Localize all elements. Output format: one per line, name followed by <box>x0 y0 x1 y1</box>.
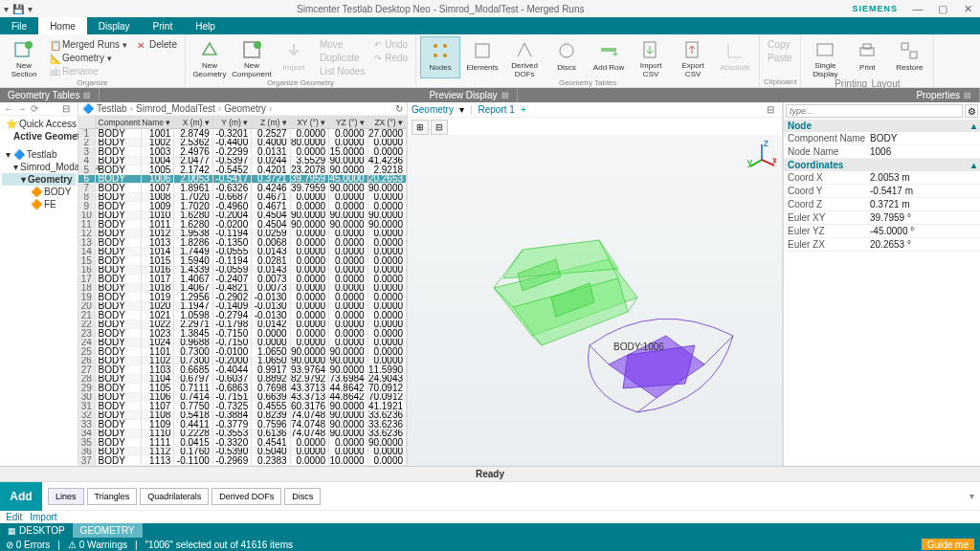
status-errors[interactable]: ⊘ 0 Errors <box>6 540 50 550</box>
table-row[interactable]: 23BODY10231.3845-0.71500.00000.00000.000… <box>78 329 407 339</box>
shape-tab-quads[interactable]: Quadrilaterals <box>140 488 209 505</box>
table-row[interactable]: 30BODY11060.7414-0.71510.6639-43.371344.… <box>78 393 407 403</box>
table-row[interactable]: 29BODY11050.7111-0.68630.7698-43.371344.… <box>78 384 407 393</box>
rename-button[interactable]: abRename <box>46 65 131 77</box>
add-button[interactable]: Add <box>0 482 42 511</box>
table-row[interactable]: 11BODY10111.6280-0.02000.450490.000090.0… <box>78 220 407 230</box>
derived-dofs-button[interactable]: Derived DOFs <box>504 36 545 78</box>
breadcrumb[interactable]: 🔷Testlab› Simrod_ModalTest› Geometry› <box>82 103 272 114</box>
col-header[interactable] <box>78 116 96 128</box>
tree-testlab[interactable]: ▾ 🔷 Testlab <box>2 148 76 161</box>
nav-fwd-button[interactable]: → <box>17 103 27 114</box>
table-row[interactable]: 35BODY11110.0415-0.33200.45410.00000.000… <box>78 438 407 448</box>
menu-print[interactable]: Print <box>142 17 185 34</box>
new-component-button[interactable]: New Component <box>232 36 272 78</box>
edit-tab[interactable]: Edit <box>6 512 22 522</box>
table-row[interactable]: 24BODY10240.9688-0.71500.00000.00000.000… <box>78 339 407 348</box>
duplicate-button[interactable]: Duplicate <box>316 52 368 64</box>
shape-tab-triangles[interactable]: Triangles <box>87 488 138 505</box>
table-row[interactable]: 37BODY1113-0.1100-0.29690.23830.000010.0… <box>78 456 407 466</box>
discs-button[interactable]: Discs <box>546 36 587 78</box>
guide-me-button[interactable]: Guide me <box>922 539 974 550</box>
list-nodes-button[interactable]: List Nodes <box>316 65 368 77</box>
delete-button[interactable]: ✕Delete <box>133 38 181 51</box>
table-row[interactable]: 21BODY10211.0598-0.2794-0.01300.00000.00… <box>78 311 407 320</box>
nodes-button[interactable]: Nodes <box>420 36 460 78</box>
col-header[interactable]: XY (°) ▾ <box>291 116 329 128</box>
col-header[interactable]: ZX (°) ▾ <box>368 116 407 128</box>
table-row[interactable]: 16BODY10161.4339-0.05590.01430.00000.000… <box>78 266 407 276</box>
menu-display[interactable]: Display <box>87 17 142 34</box>
table-refresh-button[interactable]: ↻ <box>395 103 403 114</box>
bottom-collapse-button[interactable]: ▾ <box>969 491 980 501</box>
preview-3d-viewport[interactable]: zxy <box>408 135 782 490</box>
preview-tool-2[interactable]: ⊟ <box>431 120 448 135</box>
import-tab[interactable]: Import <box>30 512 56 522</box>
table-row[interactable]: 18BODY10181.4067-0.48210.00730.00000.000… <box>78 284 407 294</box>
app-tab-geometry[interactable]: GEOMETRY <box>73 523 143 538</box>
table-row[interactable]: 8BODY10081.7020-0.66870.46710.00000.0000… <box>78 193 407 203</box>
nav-back-button[interactable]: ← <box>4 103 13 114</box>
tree-geometry[interactable]: ▾ Geometry <box>2 173 76 186</box>
save-icon[interactable]: 💾 <box>12 4 24 14</box>
elements-button[interactable]: Elements <box>462 36 502 78</box>
table-row[interactable]: 28BODY11040.6797-0.60370.8892-82.9792-73… <box>78 375 407 385</box>
new-section-button[interactable]: New Section <box>4 36 44 78</box>
quick-access-item[interactable]: ⭐ Quick Access <box>2 118 76 130</box>
single-display-button[interactable]: Single Display <box>805 36 845 78</box>
qat-dropdown-icon[interactable]: ▾ <box>28 4 33 14</box>
table-row[interactable]: 1BODY10012.8749-0.32010.25270.00000.0000… <box>78 129 407 139</box>
tree-project[interactable]: ▾ Simrod_ModalTest <box>2 161 76 173</box>
table-row[interactable]: 12BODY10121.9538-0.11940.02590.00000.000… <box>78 230 407 239</box>
properties-section-node[interactable]: Node▴ <box>784 120 980 132</box>
geometry-dropdown[interactable]: 📐Geometry ▾ <box>46 52 131 64</box>
preview-collapse-button[interactable]: ⊟ <box>767 104 778 115</box>
table-row[interactable]: 17BODY10171.4067-0.24070.00730.00000.000… <box>78 275 407 284</box>
panel-tab-preview[interactable]: Preview Display▤ <box>421 88 517 102</box>
menu-help[interactable]: Help <box>184 17 227 34</box>
table-row[interactable]: 14BODY10141.7449-0.05550.01430.00000.000… <box>78 248 407 257</box>
tree-fe[interactable]: 🔶 FE <box>2 198 76 210</box>
table-row[interactable]: 34BODY11100.2228-0.35530.6136174.074890.… <box>78 430 407 439</box>
table-row[interactable]: 33BODY11090.4411-0.37790.7596174.074890.… <box>78 420 407 430</box>
export-csv-button[interactable]: Export CSV <box>673 36 713 78</box>
table-row[interactable]: 6BODY10062.0053-0.54170.372139.7959-45.0… <box>78 175 407 185</box>
table-row[interactable]: 10BODY10101.6280-0.20040.450490.000090.0… <box>78 211 407 221</box>
print-button[interactable]: Print <box>847 36 887 78</box>
menu-file[interactable]: File <box>0 17 38 34</box>
table-row[interactable]: 5BODY10052.1742-0.54520.420123.207890.00… <box>78 165 407 175</box>
table-row[interactable]: 26BODY11020.7300-0.20001.065090.000090.0… <box>78 357 407 366</box>
shape-tab-lines[interactable]: Lines <box>48 488 84 505</box>
properties-settings-button[interactable]: ⚙ <box>965 104 978 118</box>
table-row[interactable]: 2BODY10022.5362-0.44000.4000-180.00000.0… <box>78 139 407 148</box>
col-header[interactable]: Y (m) ▾ <box>213 116 252 128</box>
import-geometry-button[interactable]: Import <box>274 36 314 78</box>
table-row[interactable]: 32BODY11080.5418-0.38840.8239174.074890.… <box>78 411 407 421</box>
properties-search-input[interactable] <box>786 104 963 118</box>
table-row[interactable]: 13BODY10131.8286-0.13500.00680.00000.000… <box>78 238 407 248</box>
col-header[interactable]: YZ (°) ▾ <box>329 116 368 128</box>
table-row[interactable]: 15BODY10151.5940-0.11940.02810.00000.000… <box>78 256 407 266</box>
maximize-button[interactable]: ▢ <box>930 3 955 15</box>
redo-button[interactable]: ↷ Redo <box>370 52 412 64</box>
paste-button[interactable]: Paste <box>764 52 796 64</box>
app-menu-icon[interactable]: ▾ <box>4 4 9 14</box>
active-geometry-item[interactable]: Active Geometry <box>2 130 76 143</box>
add-row-button[interactable]: +Add Row <box>589 36 629 78</box>
table-row[interactable]: 22BODY10222.2971-0.17980.01420.00000.000… <box>78 320 407 330</box>
preview-tool-1[interactable]: ⊞ <box>412 120 429 135</box>
col-header[interactable]: Z (m) ▾ <box>252 116 290 128</box>
preview-tab-geometry[interactable]: Geometry <box>412 104 454 115</box>
undo-button[interactable]: ↶ Undo <box>370 38 412 51</box>
nav-refresh-button[interactable]: ⟳ <box>31 103 38 114</box>
new-geometry-button[interactable]: New Geometry <box>189 36 230 78</box>
app-tab-desktop[interactable]: ▦ DESKTOP <box>0 523 73 538</box>
table-row[interactable]: 20BODY10201.1947-0.1409-0.01300.00000.00… <box>78 302 407 312</box>
minimize-button[interactable]: — <box>905 3 930 15</box>
view-triad-icon[interactable]: zxy <box>747 141 776 169</box>
nav-collapse-button[interactable]: ⊟ <box>62 103 74 114</box>
preview-tab-report[interactable]: Report 1 <box>479 104 515 115</box>
table-row[interactable]: 7BODY10071.8961-0.63260.424639.795990.00… <box>78 184 407 193</box>
panel-tab-geometry-tables[interactable]: Geometry Tables▤ <box>0 88 100 102</box>
table-row[interactable]: 36BODY11120.1760-0.53900.50400.00000.000… <box>78 448 407 457</box>
